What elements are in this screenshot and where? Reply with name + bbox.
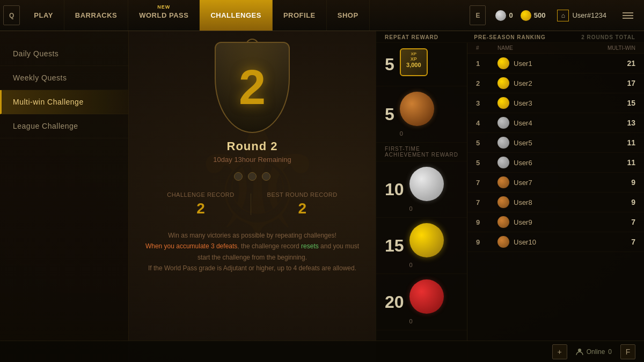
shortcut-f[interactable]: F [620,344,635,359]
ranking-title-header: Pre-season Ranking [474,34,546,40]
reward-tier-bronze: 5 0 [376,86,467,143]
sidebar-item-daily-quests[interactable]: Daily Quests [0,42,128,66]
sidebar: Daily QuestsWeekly QuestsMulti-win Chall… [0,31,129,362]
reward-tier-silver: 10 0 [376,161,467,218]
new-badge: NEW [157,4,170,10]
rank-username: User2 [514,79,598,87]
home-icon: ⌂ [557,10,569,21]
round-title: Round 2 [227,139,278,153]
challenge-description: Win as many victories as possible by rep… [140,230,365,274]
silver-reward-content: 0 [409,167,458,212]
nav-item-challenges[interactable]: Challenges [200,0,273,31]
nav-right-area: 0 500 ⌂ User#1234 [489,0,644,31]
online-count: 0 [608,348,612,356]
rank-avatar [497,117,509,129]
col-name-label: Name [497,45,598,51]
nav-item-play[interactable]: Play [23,0,64,31]
ranking-total: 2 Rounds Total [581,34,635,40]
rank-wins: 17 [598,79,635,87]
nav-item-shop[interactable]: Shop [327,0,370,31]
bottom-bar: + Online 0 F [0,341,644,362]
rank-avatar [497,97,509,109]
rank-username: User1 [514,60,598,68]
ranking-row: 7User79 [467,173,644,193]
rank-username: User3 [514,99,598,107]
person-icon [576,348,583,356]
bronze-tier-wins: 5 [385,105,394,124]
desc-resets: resets [301,242,319,250]
sidebar-item-multi-win-challenge[interactable]: Multi-win Challenge [0,90,128,114]
red-amount: 0 [409,318,413,324]
best-round-value: 2 [267,200,338,217]
rank-number: 1 [476,60,497,68]
rank-wins: 11 [598,158,635,167]
nav-item-label: World Pass [139,11,188,19]
stats-row: Challenge Record 2 Best Round Record 2 [167,191,338,217]
ranking-row: 9User107 [467,232,644,252]
nav-item-label: Shop [338,11,358,19]
round-badge-container: 2 [215,42,290,133]
gold-icon [521,10,531,21]
rank-wins: 21 [598,59,635,68]
nav-item-label: Challenges [210,11,261,19]
nav-item-world-pass[interactable]: NEWWorld Pass [128,0,200,31]
center-content: 2 Round 2 10day 13hour Remaining Challen… [129,31,376,362]
top-navigation: Q PlayBarracksNEWWorld PassChallengesPro… [0,0,644,31]
gold-amount: 500 [534,11,546,19]
menu-button[interactable] [618,12,638,19]
currency-silver: 0 [495,10,513,21]
dot-2 [248,172,257,181]
user-info: ⌂ User#1234 [553,10,611,21]
achievement-divider: First-Time Achievement Reward [376,143,467,161]
rank-wins: 7 [598,238,635,246]
desc-line2: When you accumulate 3 defeats, the chall… [140,241,365,263]
rank-number: 7 [476,179,497,187]
rank-username: User7 [514,179,598,187]
gold-medal [409,223,444,257]
sidebar-item-weekly-quests[interactable]: Weekly Quests [0,66,128,90]
reward-tier-xp: 5 XP 3,000 [376,43,467,86]
bronze-medal [400,92,434,126]
reward-tier-gold: 15 0 [376,218,467,274]
challenge-record-label: Challenge Record [167,191,234,198]
round-timer: 10day 13hour Remaining [213,156,291,164]
xp-label: XP [411,56,417,62]
rank-wins: 15 [598,99,635,107]
ranking-row: 5User611 [467,153,644,173]
nav-item-label: Barracks [75,11,117,19]
rank-number: 7 [476,198,497,206]
shortcut-e[interactable]: E [470,5,486,25]
rank-username: User8 [514,198,598,206]
online-status: Online 0 [576,348,612,356]
repeat-reward-title: Repeat Reward [385,34,438,40]
rank-avatar [497,57,509,69]
rank-wins: 9 [598,178,635,187]
shortcut-q[interactable]: Q [3,5,20,25]
red-reward-content: 0 [409,279,458,324]
sidebar-item-league-challenge[interactable]: League Challenge [0,114,128,138]
ranking-row: 5User511 [467,133,644,153]
ranking-row: 4User413 [467,113,644,133]
col-num-label: # [476,45,497,51]
add-button[interactable]: + [552,344,567,359]
online-label: Online [587,348,605,356]
ranking-row: 9User97 [467,212,644,232]
gold-amount: 0 [409,262,413,268]
xp-amount: 3,000 [406,62,421,68]
nav-item-barracks[interactable]: Barracks [64,0,128,31]
ranking-columns-header: # Name Multi-win [467,43,644,54]
nav-items: PlayBarracksNEWWorld PassChallengesProfi… [23,0,466,31]
silver-tier-wins: 10 [385,180,404,200]
rank-number: 9 [476,218,497,226]
rank-wins: 9 [598,198,635,206]
dot-1 [234,172,243,181]
stat-divider [251,194,251,215]
username: User#1234 [572,11,606,19]
svg-point-0 [578,349,581,352]
rank-number: 9 [476,238,497,246]
desc-defeats: When you accumulate 3 defeats [145,242,237,250]
nav-item-profile[interactable]: Profile [273,0,327,31]
main-layout: Daily QuestsWeekly QuestsMulti-win Chall… [0,31,644,362]
ranking-row: 3User315 [467,93,644,113]
right-panel: Repeat Reward Pre-season Ranking 2 Round… [376,31,644,362]
